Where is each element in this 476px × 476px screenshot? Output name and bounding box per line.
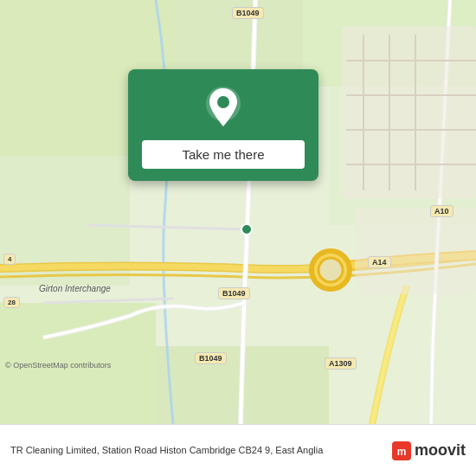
osm-attribution: © OpenStreetMap contributors: [5, 361, 111, 370]
svg-point-19: [241, 224, 252, 235]
moovit-label: moovit: [415, 441, 466, 460]
footer-address: TR Cleaning Limited, Station Road Histon…: [10, 444, 392, 457]
svg-point-21: [217, 96, 229, 108]
road-label-b1049-lower: B1049: [218, 287, 250, 299]
moovit-icon: m: [392, 441, 411, 460]
svg-rect-10: [342, 26, 476, 199]
road-label-a10: A10: [430, 205, 453, 217]
svg-text:m: m: [397, 446, 407, 458]
road-label-a14: A14: [368, 256, 391, 268]
map-container: B1049 B1049 A14 B1049 B1049 A1309 A10 4 …: [0, 0, 476, 424]
take-me-there-button[interactable]: Take me there: [142, 140, 305, 169]
road-label-b1049-bottom: B1049: [195, 352, 227, 364]
road-label-b1049-top: B1049: [232, 7, 264, 19]
location-pin-icon: [201, 85, 246, 130]
road-label-a4: 4: [3, 254, 16, 265]
footer: TR Cleaning Limited, Station Road Histon…: [0, 424, 476, 476]
road-label-a1309: A1309: [325, 357, 357, 370]
location-card: Take me there: [128, 69, 318, 181]
moovit-logo: m moovit: [392, 441, 466, 460]
road-label-a28: 28: [3, 297, 20, 308]
svg-point-9: [318, 258, 343, 282]
svg-rect-11: [355, 208, 476, 294]
